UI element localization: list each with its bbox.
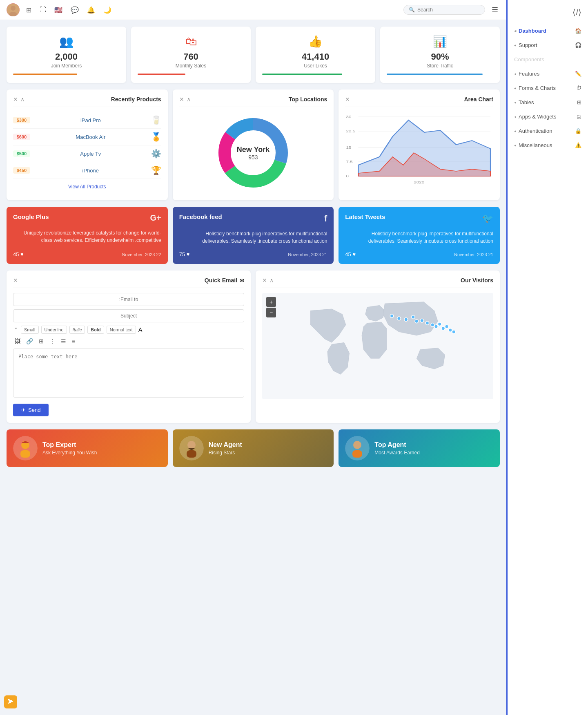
svg-point-19	[390, 314, 394, 318]
close-icon[interactable]: ✕	[179, 96, 184, 103]
svg-point-30	[445, 325, 449, 328]
top-expert-card[interactable]: Top Expert Ask Everything You Wish	[7, 429, 168, 467]
expand-icon[interactable]: ⛶	[38, 4, 48, 15]
quote-icon[interactable]: "	[13, 326, 18, 334]
sidebar-item-dashboard[interactable]: ◂ Dashboard 🏠	[508, 24, 588, 38]
stat-bar	[138, 74, 185, 75]
zoom-out-button[interactable]: −	[266, 308, 276, 317]
link-icon[interactable]: 🔗	[24, 337, 35, 345]
stat-card-traffic: 📊 90% Store Traffic	[380, 27, 500, 83]
stat-label: Join Members	[13, 63, 120, 69]
google-plus-icon: G+	[150, 213, 161, 223]
edit-icon: ✏️	[575, 71, 581, 77]
sidebar-item-apps-widgets[interactable]: ◂ Apps & Widgets 🗂	[508, 109, 588, 124]
chevron-icon: ◂	[514, 43, 516, 47]
city-name: New York	[237, 145, 270, 154]
card-header: ✕ ∧ Recently Products	[13, 96, 161, 107]
bottom-badge[interactable]: ⮞	[4, 695, 17, 708]
members-icon: 👥	[13, 35, 120, 48]
close-icon[interactable]: ✕	[13, 96, 18, 103]
small-btn[interactable]: Small	[21, 326, 39, 334]
chevron-up-icon[interactable]: ∧	[270, 277, 274, 284]
chevron-up-icon[interactable]: ∧	[20, 96, 24, 103]
bold-btn[interactable]: Bold	[87, 326, 104, 334]
view-all-link[interactable]: View All Products	[13, 184, 161, 190]
grid-icon[interactable]: ⊞	[24, 4, 33, 16]
map-controls: + −	[266, 297, 276, 317]
italic-btn[interactable]: Italic	[69, 326, 85, 334]
stat-bar	[387, 74, 483, 75]
stat-number: 760	[138, 51, 244, 62]
table-icon[interactable]: ⊞	[37, 337, 45, 345]
svg-text:15: 15	[346, 145, 352, 150]
expert-avatar	[13, 436, 38, 460]
sidebar-item-components: Components	[508, 52, 588, 67]
top-agent-card[interactable]: Top Agent Most Awards Earned	[339, 429, 500, 467]
sidebar-item-miscellaneous[interactable]: ◂ Miscellaneous ⚠️	[508, 138, 588, 152]
sidebar-item-label: Tables	[519, 99, 534, 105]
product-name[interactable]: MacBook Air	[30, 134, 151, 140]
headset-icon: 🎧	[575, 42, 581, 48]
social-date: November, 2023 21	[288, 252, 327, 257]
send-button[interactable]: ✈ Send	[13, 404, 49, 416]
sidebar-item-features[interactable]: ◂ Features ✏️	[508, 67, 588, 81]
grid-icon: ⊞	[577, 99, 581, 105]
moon-icon[interactable]: 🌙	[102, 4, 113, 16]
sidebar-item-label: Components	[514, 56, 544, 63]
svg-text:0: 0	[346, 174, 349, 178]
chat-icon[interactable]: 💬	[69, 4, 80, 16]
social-card-header: Facebook feed f	[179, 213, 327, 224]
email-to-input[interactable]	[13, 293, 244, 306]
image-icon[interactable]: 🖼	[13, 337, 22, 345]
chevron-up-icon[interactable]: ∧	[187, 96, 191, 103]
svg-point-20	[397, 317, 401, 320]
area-chart: 30 22.5 15 7.5 0	[345, 112, 493, 185]
expert-info: Top Expert Ask Everything You Wish	[42, 441, 161, 456]
product-name[interactable]: iPad Pro	[30, 117, 151, 123]
hamburger-icon[interactable]: ☰	[490, 4, 500, 16]
underline-btn[interactable]: Underline	[41, 326, 67, 334]
product-price: $300	[13, 117, 30, 123]
list-icon[interactable]: ☰	[59, 337, 68, 345]
twitter-card: Latest Tweets 🐦 Holisticly benchmark plu…	[339, 207, 500, 264]
avatar[interactable]	[7, 3, 20, 16]
svg-point-31	[448, 328, 452, 332]
toolbar-row2: 🖼 🔗 ⊞ ⋮ ☰ ≡	[13, 337, 244, 345]
sidebar-item-forms-charts[interactable]: ◂ Forms & Charts ⏱	[508, 81, 588, 95]
product-price: $500	[13, 150, 30, 157]
sidebar-item-label: Features	[519, 71, 539, 77]
product-name[interactable]: Apple Tv	[30, 151, 151, 157]
facebook-icon: f	[324, 213, 327, 224]
font-size-icon: A	[138, 326, 142, 333]
lock-icon: 🔒	[575, 128, 581, 134]
close-icon[interactable]: ✕	[262, 277, 267, 284]
product-name[interactable]: iPhone	[30, 168, 151, 174]
email-toolbar: " Small Underline Italic Bold Normal tex…	[13, 326, 244, 334]
product-price: $450	[13, 167, 30, 174]
social-text: Holisticly benchmark plug imperatives fo…	[179, 230, 327, 245]
new-agent-card[interactable]: New Agent Rising Stars	[173, 429, 334, 467]
bell-icon[interactable]: 🔔	[85, 4, 97, 16]
sidebar-item-support[interactable]: ◂ Support 🎧	[508, 38, 588, 52]
sidebar-item-tables[interactable]: ◂ Tables ⊞	[508, 95, 588, 109]
card-title: Quick Email	[205, 277, 237, 284]
expert-info: Top Agent Most Awards Earned	[374, 441, 493, 456]
close-icon[interactable]: ✕	[345, 96, 350, 103]
google-plus-card: Google Plus G+ Uniquely revolutionize le…	[7, 207, 168, 264]
subject-input[interactable]	[13, 309, 244, 322]
world-map: + −	[262, 293, 493, 399]
ordered-list-icon[interactable]: ≡	[70, 337, 77, 345]
svg-point-25	[425, 321, 429, 325]
close-icon[interactable]: ✕	[13, 277, 18, 284]
card-header: ✕ Area Chart	[345, 96, 493, 107]
sidebar-item-authentication[interactable]: ◂ Authentication 🔒	[508, 124, 588, 138]
flag-icon[interactable]: 🇺🇸	[53, 4, 64, 16]
card-header: ✕ Quick Email ✉	[13, 277, 244, 288]
email-body[interactable]	[13, 349, 244, 398]
zoom-in-button[interactable]: +	[266, 297, 276, 307]
card-title: Our Visitors	[461, 277, 493, 284]
columns-icon[interactable]: ⋮	[48, 337, 57, 345]
search-input[interactable]	[417, 7, 474, 13]
normal-text-btn[interactable]: Normal text	[107, 326, 136, 334]
social-date: November, 2023 22	[122, 252, 161, 257]
